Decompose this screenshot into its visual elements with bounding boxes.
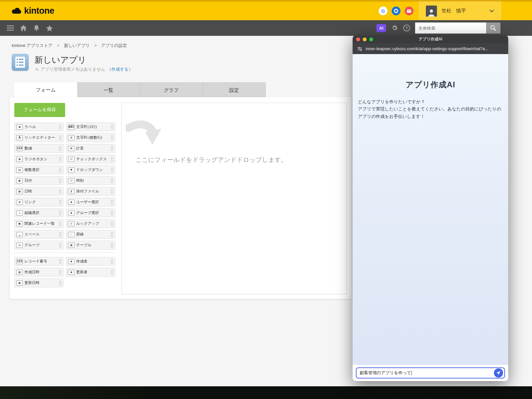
- chevron-down-icon[interactable]: [489, 9, 494, 12]
- zoom-button[interactable]: [369, 37, 373, 41]
- close-button[interactable]: [356, 37, 360, 41]
- drag-handle-icon: [111, 200, 113, 205]
- ai-assistant-icon[interactable]: AI: [376, 24, 386, 32]
- favorites-star-icon[interactable]: [43, 20, 56, 36]
- drag-handle-icon: [59, 135, 62, 140]
- field-item[interactable]: ∮ 添付ファイル: [66, 187, 115, 196]
- mail-icon[interactable]: [405, 7, 413, 15]
- page-title: 新しいアプリ: [35, 54, 86, 66]
- drag-handle-icon: [111, 124, 113, 129]
- home-icon[interactable]: [17, 20, 30, 36]
- breadcrumb: kintone アプリストア > 新しいアプリ > アプリの設定: [12, 43, 127, 49]
- field-item[interactable]: ⊕ リンク: [14, 198, 63, 207]
- help-icon[interactable]: ?: [403, 24, 410, 32]
- time-icon: ◷: [68, 178, 75, 183]
- kintone-logo[interactable]: kintone: [11, 6, 54, 16]
- google-icon[interactable]: G: [379, 7, 387, 15]
- attachment-icon: ∮: [68, 189, 75, 194]
- field-item[interactable]: ▦ 更新日時: [14, 278, 63, 287]
- drag-handle-icon: [111, 210, 113, 215]
- field-item-label: グループ: [24, 243, 40, 248]
- send-button[interactable]: [494, 368, 503, 378]
- create-memo-link[interactable]: （作成する）: [107, 66, 133, 72]
- dropdown-icon: ▼: [68, 167, 75, 173]
- breadcrumb-app-store[interactable]: kintone アプリストア: [12, 43, 52, 48]
- field-item[interactable]: A リッチエディター: [14, 133, 63, 142]
- form-editor: フォームを保存 ◆ ラベル A リッチエディター: [10, 97, 352, 299]
- related-records-icon: ▣: [16, 221, 23, 226]
- user-name: 笠松 慎平: [441, 8, 466, 14]
- field-palette-right-column: ABC 文字列 (1行) ≡ 文字列 (複数行) ⊞ 計算: [66, 122, 115, 249]
- field-item[interactable]: ▼ ドロップダウン: [66, 165, 115, 174]
- field-item[interactable]: ABC 文字列 (1行): [66, 122, 115, 131]
- drag-handle-icon: [59, 232, 62, 237]
- minimize-button[interactable]: [363, 37, 367, 41]
- field-item[interactable]: ∴ 組織選択: [14, 208, 63, 217]
- field-item[interactable]: ♟ 更新者: [66, 268, 115, 277]
- user-menu[interactable]: 笠松 慎平: [419, 1, 501, 21]
- field-item[interactable]: 123 数値: [14, 144, 63, 153]
- field-item[interactable]: ▤ 複数選択: [14, 165, 63, 174]
- field-item[interactable]: ▣ 関連レコード一覧: [14, 219, 63, 228]
- date-icon: ▦: [16, 178, 23, 183]
- field-item[interactable]: ☑ チェックボックス: [66, 155, 115, 164]
- drag-handle-icon: [59, 157, 62, 162]
- chat-input[interactable]: 顧客管理のアプリを作って: [356, 367, 505, 378]
- curved-arrow-icon: [126, 118, 166, 153]
- tab-graph[interactable]: グラフ: [140, 82, 203, 97]
- search-button[interactable]: [486, 22, 500, 34]
- drag-handle-icon: [59, 146, 62, 151]
- field-item[interactable]: ◎ ルックアップ: [66, 219, 115, 228]
- search-icon: [490, 25, 497, 31]
- link-icon: ⊕: [16, 200, 23, 205]
- window-titlebar[interactable]: アプリ作成AI: [353, 35, 508, 43]
- org-select-icon: ∴: [16, 210, 23, 216]
- field-item[interactable]: ♟ グループ選択: [66, 208, 115, 217]
- field-item[interactable]: ▦ 日付: [14, 176, 63, 185]
- field-item[interactable]: ▦ テーブル: [66, 241, 115, 249]
- field-item[interactable]: ♟ 作成者: [66, 257, 115, 266]
- tab-form[interactable]: フォーム: [14, 82, 77, 97]
- field-item[interactable]: ─ 罫線: [66, 230, 115, 239]
- field-item[interactable]: ◉ ラジオボタン: [14, 155, 63, 164]
- tab-settings[interactable]: 設定: [203, 82, 266, 97]
- field-item[interactable]: ⊞ 計算: [66, 144, 115, 153]
- drag-handle-icon: [59, 124, 62, 129]
- field-item[interactable]: ♟ ユーザー選択: [66, 198, 115, 207]
- field-palette: ◆ ラベル A リッチエディター 123 数値: [14, 122, 115, 249]
- save-form-button[interactable]: フォームを保存: [14, 103, 65, 117]
- updated-datetime-icon: ▦: [16, 280, 23, 286]
- search-input[interactable]: [415, 22, 486, 34]
- drag-handle-icon: [111, 178, 113, 183]
- chat-input-bar: 顧客管理のアプリを作って: [353, 365, 508, 381]
- window-address-bar[interactable]: inner-leapsec.cybozu.com/k/ai/app-settin…: [353, 43, 508, 54]
- field-item-label: リンク: [24, 200, 36, 205]
- tab-list[interactable]: 一覧: [77, 82, 140, 97]
- field-item-label: ドロップダウン: [76, 167, 103, 172]
- breadcrumb-new-app[interactable]: 新しいアプリ: [64, 43, 90, 48]
- updater-icon: ♟: [68, 270, 75, 275]
- hamburger-menu-icon[interactable]: [4, 20, 17, 36]
- field-item[interactable]: ␣ スペース: [14, 230, 63, 239]
- multi-select-icon: ▤: [16, 167, 23, 173]
- field-item[interactable]: ⊔ グループ: [14, 241, 63, 249]
- field-item-label: ルックアップ: [76, 221, 99, 226]
- field-item[interactable]: ◷ 時刻: [66, 176, 115, 185]
- tag-icon: ◆: [16, 124, 23, 130]
- field-item[interactable]: ▦ 作成日時: [14, 268, 63, 277]
- field-item[interactable]: 123 レコード番号: [14, 257, 63, 266]
- admin-memo-row: ✎ アプリ管理者用メモはありません （作成する）: [35, 66, 133, 72]
- field-item[interactable]: ◆ ラベル: [14, 122, 63, 131]
- gear-icon[interactable]: [391, 24, 398, 32]
- group-select-icon: ♟: [68, 210, 75, 216]
- kintone-cloud-icon: [11, 7, 22, 15]
- field-item[interactable]: ≡ 文字列 (複数行): [66, 133, 115, 142]
- blue-app-icon[interactable]: [392, 7, 400, 15]
- app-icon[interactable]: [12, 54, 29, 71]
- field-item-label: 日付: [24, 178, 32, 183]
- form-drop-area[interactable]: ここにフィールドをドラッグアンドドロップします。: [121, 103, 347, 294]
- field-item[interactable]: ▦ 日時: [14, 187, 63, 196]
- site-settings-icon[interactable]: [357, 46, 362, 51]
- notifications-bell-icon[interactable]: [30, 20, 43, 36]
- drag-handle-icon: [59, 259, 62, 264]
